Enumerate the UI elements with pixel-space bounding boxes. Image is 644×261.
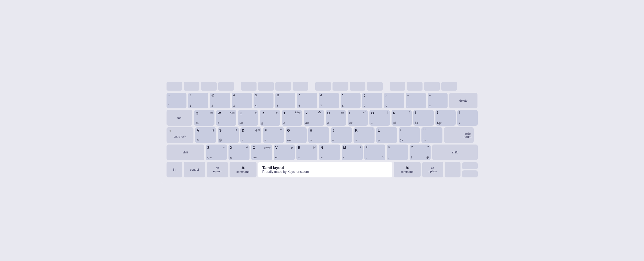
layout-title: Tamil layout: [262, 166, 388, 170]
key-bracket-right[interactable]: } ] ஞூ: [435, 110, 456, 126]
key-command-right[interactable]: ⌘ command: [394, 162, 421, 177]
key-f7[interactable]: [293, 82, 308, 91]
number-row: ~ ` ! 1 @ 2 # 3 $ 4 % 5 ^ 6: [167, 93, 478, 108]
key-delete[interactable]: delete: [449, 93, 477, 108]
key-minus[interactable]: − -: [406, 93, 426, 108]
key-f9[interactable]: [333, 82, 348, 91]
key-arrow-up[interactable]: [462, 162, 478, 169]
key-8[interactable]: * 8: [341, 93, 361, 108]
key-alt-right[interactable]: alt option: [422, 162, 443, 177]
key-quote[interactable]: " ' ' ய: [421, 127, 442, 143]
key-5[interactable]: % 5: [275, 93, 295, 108]
arrow-cluster: [462, 162, 478, 177]
key-b[interactable]: ஞூ B ங: [296, 145, 317, 160]
key-6[interactable]: ^ 6: [297, 93, 317, 108]
bottom-row: fn control alt option ⌘ command Tamil la…: [167, 162, 478, 177]
key-1[interactable]: ! 1: [188, 93, 208, 108]
key-4[interactable]: $ 4: [254, 93, 274, 108]
key-e[interactable]: ஜ E உள: [238, 110, 258, 126]
layout-subtitle: Proudly made by Keyshorts.com: [262, 170, 388, 174]
key-esc[interactable]: [167, 82, 182, 91]
key-z[interactable]: வ Z ஒள: [206, 145, 227, 160]
key-period[interactable]: > .: [387, 145, 408, 160]
key-m[interactable]: / M ர: [342, 145, 363, 160]
key-fn[interactable]: fn: [167, 162, 182, 177]
key-p[interactable]: ] P ண்: [392, 110, 412, 126]
key-enter[interactable]: enter return: [444, 127, 474, 143]
key-backslash[interactable]: | \: [457, 110, 477, 126]
key-y[interactable]: ஸ்ர° Y எள: [304, 110, 324, 126]
key-3[interactable]: # 3: [232, 93, 252, 108]
key-f3[interactable]: [218, 82, 234, 91]
key-f15[interactable]: [441, 82, 457, 91]
key-d[interactable]: ஔ D உ: [240, 127, 261, 143]
caps-lock-indicator: [169, 130, 171, 132]
key-u[interactable]: ஊ U ற: [326, 110, 346, 126]
qwerty-row: tab ஸ Q ஆ ஷெ W ஈ ஜ E உள வூ R ஐ க்ஷெ T: [167, 110, 478, 126]
key-q[interactable]: ஸ Q ஆ: [194, 110, 214, 126]
key-f10[interactable]: [350, 82, 365, 91]
key-i[interactable]: ஃீ I ண: [348, 110, 368, 126]
key-shift-right[interactable]: shift: [432, 145, 478, 160]
key-f8[interactable]: [315, 82, 331, 91]
key-comma[interactable]: < , ்: [364, 145, 385, 160]
function-key-row: [167, 82, 478, 91]
key-v[interactable]: பூ V வ: [274, 145, 295, 160]
key-tilde[interactable]: ~ `: [167, 93, 187, 108]
key-r[interactable]: வூ R ஐ: [260, 110, 280, 126]
key-tab[interactable]: tab: [167, 110, 193, 126]
key-f11[interactable]: [367, 82, 383, 91]
zxcv-row: shift வ Z ஒள மீ X ஓ ஔரு C ஔ பூ V வ ஞூ B: [167, 145, 478, 160]
key-f12[interactable]: [390, 82, 405, 91]
key-bracket-left[interactable]: { [ ச: [413, 110, 434, 126]
key-arrow-down[interactable]: [462, 170, 478, 177]
key-s[interactable]: நீ S இ: [218, 127, 239, 143]
key-shift-left[interactable]: shift: [167, 145, 204, 160]
key-7[interactable]: & 7: [319, 93, 339, 108]
keyboard-info: Tamil layout Proudly made by Keyshorts.c…: [258, 162, 392, 177]
key-semicolon[interactable]: : ; ந: [399, 127, 420, 143]
key-command-left[interactable]: ⌘ command: [230, 162, 257, 177]
key-0[interactable]: ) 0: [384, 93, 404, 108]
key-o[interactable]: [ O ட: [369, 110, 390, 126]
key-f6[interactable]: [275, 82, 291, 91]
key-k[interactable]: " K ம: [354, 127, 375, 143]
key-g[interactable]: G எள: [286, 127, 307, 143]
key-h[interactable]: H க: [308, 127, 329, 143]
key-9[interactable]: ( 9: [362, 93, 382, 108]
key-a[interactable]: ரூ A அ: [195, 127, 216, 143]
key-f13[interactable]: [407, 82, 423, 91]
key-caps-lock[interactable]: caps lock: [167, 127, 193, 143]
key-f[interactable]: °° F எ: [263, 127, 284, 143]
key-f1[interactable]: [184, 82, 199, 91]
key-x[interactable]: மீ X ஓ: [228, 145, 250, 160]
key-control[interactable]: control: [184, 162, 205, 177]
key-j[interactable]: J ப: [331, 127, 352, 143]
key-slash[interactable]: ? ? / ழி: [410, 145, 431, 160]
key-equals[interactable]: + =: [428, 93, 448, 108]
key-n[interactable]: N ல: [319, 145, 340, 160]
key-t[interactable]: க்ஷெ T ஏ: [282, 110, 302, 126]
key-c[interactable]: ஔரு C ஔ: [251, 145, 272, 160]
key-w[interactable]: ஷெ W ஈ: [216, 110, 236, 126]
keyboard: ~ ` ! 1 @ 2 # 3 $ 4 % 5 ^ 6: [161, 77, 483, 184]
key-f5[interactable]: [258, 82, 274, 91]
key-f2[interactable]: [201, 82, 217, 91]
key-2[interactable]: @ 2: [210, 93, 230, 108]
key-alt-left[interactable]: alt option: [207, 162, 228, 177]
key-f14[interactable]: [424, 82, 440, 91]
key-l[interactable]: L த: [376, 127, 397, 143]
key-f4[interactable]: [241, 82, 257, 91]
key-arrow-area-1[interactable]: [445, 162, 461, 177]
asdf-row: caps lock ரூ A அ நீ S இ ஔ D உ °° F எ G எ…: [167, 127, 478, 143]
